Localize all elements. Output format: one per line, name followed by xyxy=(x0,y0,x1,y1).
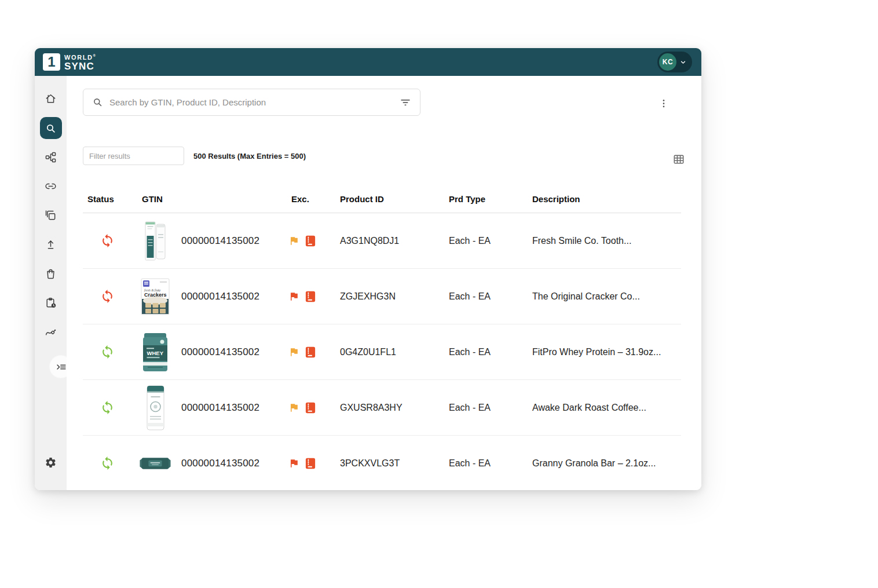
prd-type: Each - EA xyxy=(449,403,532,413)
exception-book-icon xyxy=(305,346,316,358)
table-view-icon[interactable] xyxy=(672,153,685,166)
sidebar-item-home[interactable] xyxy=(40,87,62,109)
column-header-prd-type: Prd Type xyxy=(449,194,532,204)
shopping-bag-icon xyxy=(45,268,57,280)
sidebar xyxy=(35,76,67,490)
more-options-icon[interactable] xyxy=(657,97,670,111)
table-row[interactable]: 00000014135002A3G1NQ8DJ1Each - EAFresh S… xyxy=(83,213,681,269)
avatar: KC xyxy=(659,53,676,71)
app-window: 1 WORLD® SYNC KC xyxy=(35,48,701,490)
description: Awake Dark Roast Coffee... xyxy=(532,403,681,413)
sync-status-icon xyxy=(100,289,138,304)
flag-icon xyxy=(288,346,299,357)
column-header-product-id: Product ID xyxy=(340,194,449,204)
home-icon xyxy=(45,93,57,105)
chevron-down-icon xyxy=(679,59,687,66)
gtin-value: 00000014135002 xyxy=(181,235,259,247)
gtin-value: 00000014135002 xyxy=(181,402,259,414)
table-row[interactable]: WHEY000000141350020G4Z0U1FL1Each - EAFit… xyxy=(83,324,681,380)
column-header-exc: Exc. xyxy=(288,194,340,204)
results-count: 500 Results (Max Entries = 500) xyxy=(193,152,306,160)
sidebar-item-copy[interactable] xyxy=(40,204,62,226)
search-bar xyxy=(83,89,420,116)
prd-type: Each - EA xyxy=(449,347,532,357)
upload-icon xyxy=(45,239,57,251)
sidebar-item-plug[interactable] xyxy=(40,322,62,344)
gtin-value: 00000014135002 xyxy=(181,291,259,302)
product-id: A3G1NQ8DJ1 xyxy=(340,236,449,246)
search-input[interactable] xyxy=(109,97,393,107)
product-thumbnail: fresh & flakyCrackers xyxy=(139,272,171,321)
product-id: GXUSR8A3HY xyxy=(340,403,449,413)
plug-icon xyxy=(45,327,57,339)
main-content: 500 Results (Max Entries = 500) Status G… xyxy=(67,76,701,490)
product-thumbnail xyxy=(139,439,171,488)
sidebar-item-clipboard-clock[interactable] xyxy=(40,291,62,313)
results-table: Status GTIN Exc. Product ID Prd Type Des… xyxy=(83,185,681,490)
table-header: Status GTIN Exc. Product ID Prd Type Des… xyxy=(83,185,681,213)
sidebar-item-link[interactable] xyxy=(40,175,62,197)
prd-type: Each - EA xyxy=(449,236,532,246)
sidebar-item-upload[interactable] xyxy=(40,233,62,255)
brand-1-icon: 1 xyxy=(43,53,60,71)
product-thumbnail xyxy=(139,217,171,265)
brand-word-bottom: SYNC xyxy=(64,61,97,71)
settings-icon xyxy=(45,456,57,469)
gtin-value: 00000014135002 xyxy=(181,458,259,469)
sidebar-item-settings[interactable] xyxy=(40,451,62,473)
copy-icon xyxy=(45,209,57,221)
indent-menu-icon xyxy=(55,361,67,373)
sync-status-icon xyxy=(100,233,138,248)
brand-logo: 1 WORLD® SYNC xyxy=(43,53,97,71)
search-icon xyxy=(45,122,57,134)
exception-book-icon xyxy=(305,235,316,247)
svg-text:WHEY: WHEY xyxy=(147,350,164,356)
sidebar-item-hierarchy[interactable] xyxy=(40,146,62,168)
product-thumbnail: WHEY xyxy=(139,328,171,377)
product-thumbnail xyxy=(139,384,171,432)
table-body: 00000014135002A3G1NQ8DJ1Each - EAFresh S… xyxy=(83,213,681,490)
product-id: 0G4Z0U1FL1 xyxy=(340,347,449,357)
flag-icon xyxy=(288,402,299,413)
sync-status-icon xyxy=(100,456,138,470)
top-bar: 1 WORLD® SYNC KC xyxy=(35,48,701,76)
description: The Original Cracker Co... xyxy=(532,291,681,302)
table-row[interactable]: 000000141350023PCKXVLG3TEach - EAGranny … xyxy=(83,436,681,490)
description: FitPro Whey Protein – 31.9oz... xyxy=(532,347,681,357)
column-header-gtin: GTIN xyxy=(138,194,288,204)
description: Granny Granola Bar – 2.1oz... xyxy=(532,458,681,469)
hierarchy-icon xyxy=(45,151,57,163)
brand-word-top: WORLD® xyxy=(64,54,97,61)
exception-book-icon xyxy=(305,458,316,469)
table-row[interactable]: fresh & flakyCrackers00000014135002ZGJEX… xyxy=(83,269,681,324)
flag-icon xyxy=(288,291,299,302)
search-icon xyxy=(92,97,103,108)
table-row[interactable]: 00000014135002GXUSR8A3HYEach - EAAwake D… xyxy=(83,380,681,436)
clipboard-clock-icon xyxy=(45,297,57,309)
exception-book-icon xyxy=(305,402,316,414)
filter-results-input[interactable] xyxy=(83,147,184,165)
prd-type: Each - EA xyxy=(449,458,532,469)
flag-icon xyxy=(288,235,299,246)
sidebar-item-search[interactable] xyxy=(40,117,62,139)
flag-icon xyxy=(288,458,299,469)
gtin-value: 00000014135002 xyxy=(181,346,259,358)
sidebar-item-shopping-bag[interactable] xyxy=(40,262,62,284)
column-header-status: Status xyxy=(83,194,138,204)
prd-type: Each - EA xyxy=(449,291,532,302)
sync-status-icon xyxy=(100,400,138,415)
sync-status-icon xyxy=(100,345,138,359)
column-header-description: Description xyxy=(532,194,681,204)
description: Fresh Smile Co. Tooth... xyxy=(532,236,681,246)
link-icon xyxy=(45,180,57,192)
exception-book-icon xyxy=(305,291,316,302)
user-menu[interactable]: KC xyxy=(657,52,692,72)
product-id: ZGJEXHG3N xyxy=(340,291,449,302)
filter-funnel-icon[interactable] xyxy=(399,96,412,109)
product-id: 3PCKXVLG3T xyxy=(340,458,449,469)
